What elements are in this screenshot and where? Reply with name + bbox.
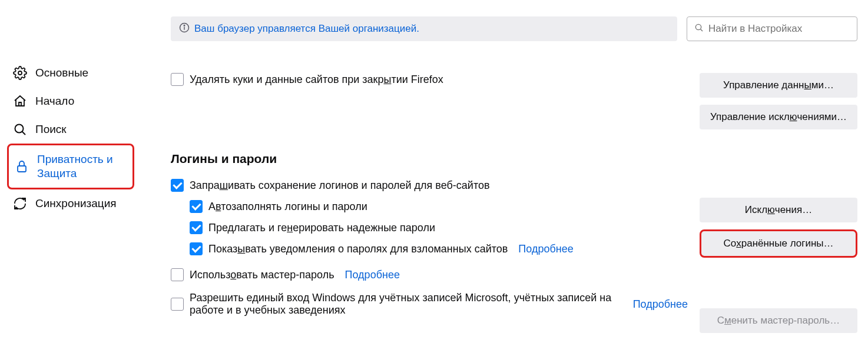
manage-data-button[interactable]: Управление данными… (700, 73, 857, 98)
info-icon (179, 22, 190, 36)
main-content: Ваш браузер управляется Вашей организаци… (141, 0, 868, 343)
checkbox-label: Использовать мастер-пароль (190, 269, 334, 281)
svg-line-2 (22, 132, 26, 135)
checkbox-breach-alerts[interactable] (190, 242, 203, 255)
sidebar-item-general[interactable]: Основные (7, 59, 134, 87)
checkbox-windows-sso[interactable] (171, 298, 184, 311)
sync-icon (13, 197, 27, 211)
checkbox-suggest-passwords[interactable] (190, 221, 203, 234)
checkbox-autofill-logins[interactable] (190, 200, 203, 213)
master-password-learn-more-link[interactable]: Подробнее (345, 269, 400, 281)
sso-learn-more-link[interactable]: Подробнее (633, 298, 688, 311)
svg-rect-3 (18, 166, 26, 172)
sidebar-item-search[interactable]: Поиск (7, 115, 134, 144)
cookies-section: Удалять куки и данные сайтов при закрыти… (171, 73, 857, 129)
checkbox-label: Разрешить единый вход Windows для учётны… (190, 292, 622, 317)
sidebar-item-privacy[interactable]: Приватность и Защита (7, 144, 134, 189)
sidebar-item-label: Синхронизация (35, 197, 117, 211)
sidebar-item-label: Начало (35, 94, 74, 108)
checkbox-label: Запрашивать сохранение логинов и паролей… (190, 179, 490, 192)
svg-point-0 (18, 71, 22, 75)
checkbox-label: Удалять куки и данные сайтов при закрыти… (190, 74, 443, 86)
sidebar-item-label: Поиск (35, 122, 67, 136)
org-banner: Ваш браузер управляется Вашей организаци… (171, 16, 677, 41)
manage-exceptions-button[interactable]: Управление исключениями… (700, 105, 857, 129)
logins-heading: Логины и пароли (171, 152, 857, 166)
org-banner-link[interactable]: Ваш браузер управляется Вашей организаци… (194, 23, 419, 35)
sidebar-item-label: Приватность и Защита (37, 152, 127, 181)
sidebar: Основные Начало Поиск Приватность и Защи… (0, 0, 141, 343)
checkbox-delete-cookies-on-close[interactable] (171, 73, 184, 86)
search-icon (13, 122, 27, 136)
svg-line-8 (700, 29, 703, 31)
search-icon (694, 23, 704, 35)
svg-point-1 (15, 125, 24, 133)
sidebar-item-label: Основные (35, 66, 88, 80)
svg-point-6 (184, 25, 185, 26)
settings-search-input[interactable] (708, 23, 850, 35)
login-exceptions-button[interactable]: Исключения… (700, 198, 857, 222)
checkbox-master-password[interactable] (171, 268, 184, 281)
sidebar-item-home[interactable]: Начало (7, 87, 134, 115)
home-icon (13, 94, 27, 108)
gear-icon (13, 66, 27, 80)
settings-search[interactable] (687, 16, 857, 41)
svg-point-7 (695, 24, 701, 29)
checkbox-label: Показывать уведомления о паролях для взл… (208, 243, 508, 255)
breach-alerts-learn-more-link[interactable]: Подробнее (518, 243, 573, 255)
saved-logins-button[interactable]: Сохранённые логины… (700, 229, 857, 258)
checkbox-ask-save-logins[interactable] (171, 179, 184, 192)
sidebar-item-sync[interactable]: Синхронизация (7, 189, 134, 218)
checkbox-label: Предлагать и генерировать надежные парол… (208, 222, 435, 234)
checkbox-label: Автозаполнять логины и пароли (208, 201, 367, 213)
change-master-password-button: Сменить мастер-пароль… (700, 308, 857, 333)
lock-icon (15, 159, 29, 174)
